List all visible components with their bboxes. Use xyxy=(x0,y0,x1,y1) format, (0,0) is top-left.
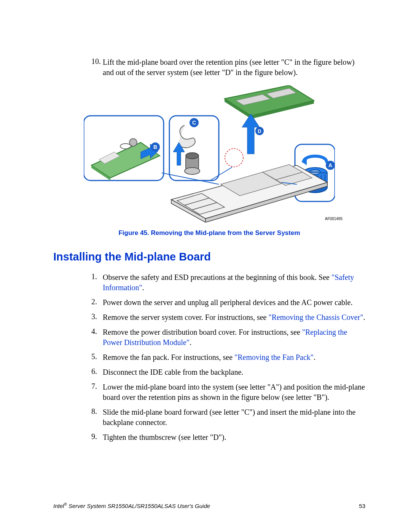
figure-caption: Figure 45. Removing the Mid-plane from t… xyxy=(53,229,365,237)
step-text: Disconnect the IDE cable from the backpl… xyxy=(103,367,243,377)
svg-point-12 xyxy=(185,168,200,174)
svg-text:C: C xyxy=(192,120,196,126)
step-7: 7.Lower the mid-plane board into the sys… xyxy=(91,382,365,403)
cross-reference-link[interactable]: "Removing the Fan Pack" xyxy=(234,353,314,361)
page-content: 10. Lift the mid-plane board over the re… xyxy=(0,0,411,532)
step-text-fragment: Tighten the thumbscrew (see letter "D"). xyxy=(103,433,226,441)
page-footer: Intel® Server System SR1550AL/SR1550ALSA… xyxy=(53,502,365,509)
step-text: Remove the fan pack. For instructions, s… xyxy=(103,352,315,363)
step-8: 8.Slide the mid-plane board forward (see… xyxy=(91,407,365,428)
step-text-fragment: Observe the safety and ESD precautions a… xyxy=(103,273,331,281)
step-number: 7. xyxy=(91,382,103,403)
svg-text:A: A xyxy=(328,162,332,168)
figure-45: B C xyxy=(76,85,342,222)
step-number: 4. xyxy=(91,327,103,348)
step-number: 5. xyxy=(91,352,103,363)
step-number: 6. xyxy=(91,367,103,377)
step-text: Power down the server and unplug all per… xyxy=(103,297,352,308)
step-text-fragment: Lower the mid-plane board into the syste… xyxy=(103,383,365,401)
step-9: 9.Tighten the thumbscrew (see letter "D"… xyxy=(91,432,365,443)
step-number: 3. xyxy=(91,312,103,323)
step-text-fragment: . xyxy=(190,338,191,347)
step-number: 1. xyxy=(91,272,103,293)
svg-point-11 xyxy=(186,153,199,159)
cross-reference-link[interactable]: "Removing the Chassis Cover" xyxy=(268,313,363,321)
svg-text:D: D xyxy=(258,128,261,134)
step-1: 1.Observe the safety and ESD precautions… xyxy=(91,272,365,293)
svg-point-45 xyxy=(225,149,243,167)
step-text-fragment: . xyxy=(363,313,365,321)
step-10-number: 10. xyxy=(91,57,103,78)
step-text-fragment: Remove the fan pack. For instructions, s… xyxy=(103,353,234,361)
step-text: Slide the mid-plane board forward (see l… xyxy=(103,407,365,428)
page-number: 53 xyxy=(359,503,365,509)
step-text: Remove the power distribution board cove… xyxy=(103,327,365,348)
step-text-fragment: Slide the mid-plane board forward (see l… xyxy=(103,408,355,427)
step-number: 2. xyxy=(91,297,103,308)
step-text: Tighten the thumbscrew (see letter "D"). xyxy=(103,432,226,443)
svg-text:B: B xyxy=(153,144,157,150)
step-number: 9. xyxy=(91,432,103,443)
step-text: Remove the server system cover. For inst… xyxy=(103,312,365,323)
figure-id-label: AF001495 xyxy=(325,217,342,221)
step-number: 8. xyxy=(91,407,103,428)
section-heading: Installing the Mid-plane Board xyxy=(53,251,365,263)
step-text: Observe the safety and ESD precautions a… xyxy=(103,272,365,293)
step-4: 4.Remove the power distribution board co… xyxy=(91,327,365,348)
step-text-fragment: Remove the server system cover. For inst… xyxy=(103,313,268,321)
step-10-text: Lift the mid-plane board over the retent… xyxy=(103,57,365,78)
step-2: 2.Power down the server and unplug all p… xyxy=(91,297,365,308)
step-3: 3.Remove the server system cover. For in… xyxy=(91,312,365,323)
step-6: 6.Disconnect the IDE cable from the back… xyxy=(91,367,365,377)
installing-steps: 1.Observe the safety and ESD precautions… xyxy=(91,272,365,443)
step-text-fragment: Remove the power distribution board cove… xyxy=(103,328,302,336)
step-text-fragment: Power down the server and unplug all per… xyxy=(103,298,352,307)
step-text-fragment: Disconnect the IDE cable from the backpl… xyxy=(103,368,243,376)
step-text: Lower the mid-plane board into the syste… xyxy=(103,382,365,403)
step-text-fragment: . xyxy=(142,283,144,292)
step-text-fragment: . xyxy=(314,353,315,361)
footer-title: Intel® Server System SR1550AL/SR1550ALSA… xyxy=(53,502,210,509)
step-10: 10. Lift the mid-plane board over the re… xyxy=(91,57,365,78)
figure-illustration: B C xyxy=(84,85,335,222)
step-5: 5.Remove the fan pack. For instructions,… xyxy=(91,352,365,363)
